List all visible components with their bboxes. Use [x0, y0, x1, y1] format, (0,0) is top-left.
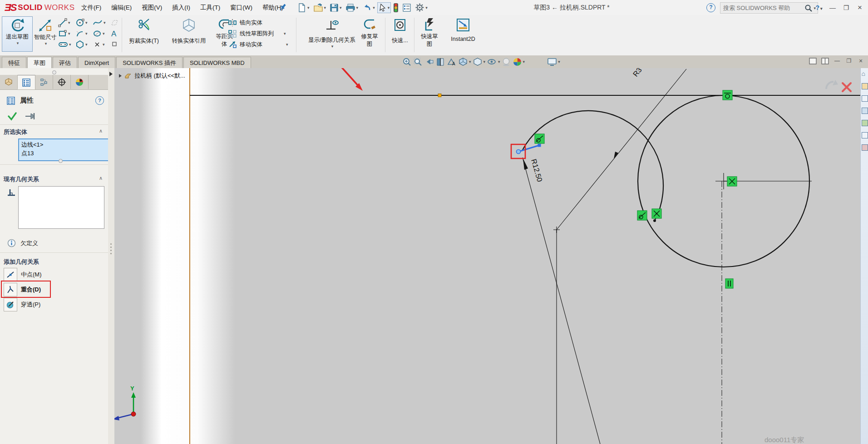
tangent-constraint-icon[interactable]: [637, 211, 647, 220]
dropdown-arrow-icon[interactable]: ▾: [523, 59, 525, 64]
pin-menu-icon[interactable]: [278, 2, 288, 12]
file-explorer-icon[interactable]: [862, 95, 868, 102]
dropdown-arrow-icon[interactable]: ▾: [307, 5, 310, 10]
dropdown-arrow-icon[interactable]: ▾: [68, 31, 70, 36]
design-library-icon[interactable]: [862, 83, 868, 89]
new-document-button[interactable]: ▾: [296, 2, 311, 14]
quick-snaps-button[interactable]: 快速...: [388, 17, 412, 44]
sketch-text-tool-button[interactable]: A: [110, 29, 118, 38]
selected-point[interactable]: [517, 150, 521, 154]
zoom-area-button[interactable]: [413, 57, 423, 67]
help-menu-button[interactable]: ?▾: [815, 4, 823, 11]
previous-view-button[interactable]: [424, 57, 434, 67]
tangent-constraint-icon[interactable]: [535, 134, 544, 143]
sketch-point-marker[interactable]: [438, 94, 441, 97]
search-icon[interactable]: [804, 4, 813, 12]
arc-tool-button[interactable]: ▾: [75, 29, 88, 38]
selected-entities-listbox[interactable]: 边线<1> 点13: [18, 138, 109, 161]
dropdown-arrow-icon[interactable]: ▾: [17, 41, 19, 45]
dropdown-arrow-icon[interactable]: ▾: [324, 5, 326, 10]
dropdown-arrow-icon[interactable]: ▾: [498, 59, 500, 64]
move-entities-button[interactable]: 移动实体 ▾: [228, 40, 288, 49]
options-gear-button[interactable]: ▾: [414, 2, 429, 13]
sketch-viewport[interactable]: R12.50 R3 Y Z: [114, 68, 860, 444]
property-manager-tab[interactable]: [18, 75, 35, 89]
menu-insert[interactable]: 插入(I): [167, 0, 195, 15]
shadow-sphere-button[interactable]: [502, 57, 511, 67]
relation-midpoint-button[interactable]: 中点(M): [4, 268, 42, 281]
ellipse-tool-button[interactable]: ▾: [93, 29, 105, 38]
mirror-entities-button[interactable]: 镜向实体: [228, 19, 262, 27]
trim-entities-button[interactable]: 剪裁实体(T): [124, 17, 163, 45]
edit-appearance-button[interactable]: ▾: [513, 57, 525, 67]
save-button[interactable]: ▾: [328, 2, 343, 14]
panel-help-icon[interactable]: ?: [95, 96, 104, 105]
doc-close-icon[interactable]: ×: [857, 57, 864, 64]
display-manager-tab[interactable]: [71, 75, 89, 89]
dropdown-arrow-icon[interactable]: ▾: [286, 42, 288, 47]
dropdown-arrow-icon[interactable]: ▾: [103, 31, 105, 36]
repair-sketch-button[interactable]: 修复草 图: [357, 17, 382, 48]
undo-button[interactable]: ▾: [360, 2, 376, 14]
split-pane-icon[interactable]: [821, 58, 829, 64]
minimize-button[interactable]: —: [829, 4, 836, 11]
linear-sketch-pattern-button[interactable]: 线性草图阵列 ▾: [228, 30, 286, 38]
zoom-fit-button[interactable]: [402, 57, 412, 67]
panel-flyout-arrow-icon[interactable]: [109, 72, 113, 76]
section-view-button[interactable]: [435, 57, 445, 67]
dropdown-arrow-icon[interactable]: ▾: [356, 5, 359, 10]
dropdown-arrow-icon[interactable]: ▾: [388, 5, 390, 10]
selected-entity-item[interactable]: 边线<1>: [21, 140, 106, 149]
tab-evaluate[interactable]: 评估: [53, 57, 77, 68]
edge-endpoint-marker[interactable]: [538, 144, 541, 147]
dropdown-arrow-icon[interactable]: ▾: [373, 5, 375, 10]
dropdown-arrow-icon[interactable]: ▾: [45, 41, 47, 46]
view-settings-monitor-button[interactable]: ▾: [547, 57, 560, 67]
polygon-tool-button[interactable]: ▾: [75, 40, 88, 49]
ok-check-button[interactable]: [7, 112, 17, 121]
help-circle-icon[interactable]: ?: [706, 3, 715, 12]
dropdown-arrow-icon[interactable]: ▾: [483, 59, 486, 64]
appearances-icon[interactable]: [862, 120, 868, 126]
dropdown-arrow-icon[interactable]: ▾: [103, 42, 105, 47]
dropdown-arrow-icon[interactable]: ▾: [340, 5, 342, 10]
menu-view[interactable]: 视图(V): [137, 0, 167, 15]
existing-relations-header[interactable]: 现有几何关系: [4, 175, 39, 183]
add-relations-header[interactable]: 添加几何关系: [4, 258, 39, 266]
annotation-view-button[interactable]: A: [447, 57, 457, 67]
collapse-chevron-icon[interactable]: ∧: [99, 175, 103, 181]
dropdown-arrow-icon[interactable]: ▾: [85, 20, 88, 25]
rapid-sketch-button[interactable]: 快速草 图: [417, 17, 442, 48]
menu-edit[interactable]: 编辑(E): [106, 0, 137, 15]
dropdown-arrow-icon[interactable]: ▾: [68, 20, 70, 25]
configuration-manager-tab[interactable]: [35, 75, 53, 89]
dropdown-arrow-icon[interactable]: ▾: [69, 42, 71, 47]
panel-collapse-handle[interactable]: [52, 70, 56, 74]
menu-tools[interactable]: 工具(T): [195, 0, 225, 15]
circle-tool-button[interactable]: ▾: [75, 18, 88, 27]
listbox-resize-handle[interactable]: [59, 159, 63, 163]
exit-sketch-button[interactable]: 退出草图 ▾: [2, 16, 33, 52]
close-button[interactable]: ×: [856, 3, 863, 12]
menu-file[interactable]: 文件(F): [76, 0, 106, 15]
existing-relations-listbox[interactable]: [18, 186, 104, 229]
tab-dimxpert[interactable]: DimXpert: [78, 57, 115, 68]
dropdown-arrow-icon[interactable]: ▾: [331, 44, 334, 49]
feature-manager-tab[interactable]: [0, 75, 18, 89]
view-palette-icon[interactable]: [862, 108, 868, 114]
parallel-constraint-icon[interactable]: [725, 279, 733, 288]
relation-pierce-button[interactable]: 穿透(P): [4, 298, 40, 311]
dimxpert-manager-tab[interactable]: [53, 75, 71, 89]
breadcrumb-arrow-icon[interactable]: [119, 74, 122, 78]
dropdown-arrow-icon[interactable]: ▾: [469, 59, 471, 64]
search-box[interactable]: ▾: [720, 2, 818, 14]
tangent-point[interactable]: [653, 219, 656, 222]
center-constraint-icon[interactable]: [727, 177, 737, 186]
tab-solidworks-mbd[interactable]: SOLIDWORKS MBD: [183, 57, 251, 68]
dropdown-arrow-icon[interactable]: ▾: [558, 59, 560, 64]
file-properties-button[interactable]: [401, 2, 413, 13]
rebuild-button[interactable]: [392, 2, 400, 14]
select-tool-button[interactable]: ▾: [377, 2, 391, 13]
collapse-chevron-icon[interactable]: ∧: [99, 128, 103, 134]
tab-sketch[interactable]: 草图: [27, 57, 52, 68]
